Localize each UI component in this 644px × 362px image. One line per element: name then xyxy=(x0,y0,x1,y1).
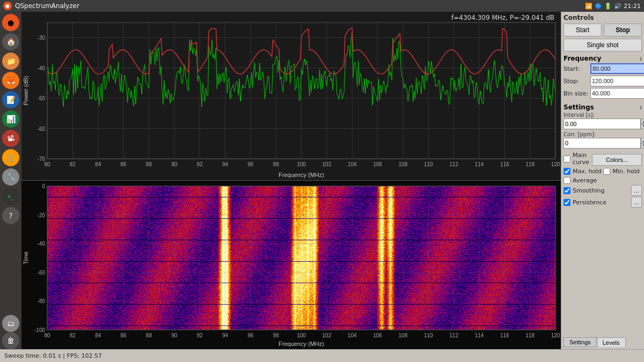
interval-up[interactable]: ▲ xyxy=(641,119,644,124)
sidebar-icon-files[interactable]: 📁 xyxy=(2,53,19,70)
interval-col: Interval [s]: ▲ ▼ xyxy=(564,112,644,129)
sidebar-icon-home[interactable]: 🏠 xyxy=(2,33,19,50)
main-curve-checkbox[interactable] xyxy=(564,156,570,162)
interval-down[interactable]: ▼ xyxy=(641,124,644,129)
average-checkbox[interactable] xyxy=(564,177,570,184)
corr-down[interactable]: ▼ xyxy=(641,143,644,149)
corr-label: Corr. [ppm]: xyxy=(564,131,644,137)
sidebar-icon-ubuntu[interactable]: ● xyxy=(2,14,19,31)
controls-buttons-row: Start Stop xyxy=(564,24,642,36)
bin-size-input[interactable] xyxy=(590,88,644,99)
smoothing-options-button[interactable]: … xyxy=(631,185,642,196)
controls-title: Controls xyxy=(564,14,642,21)
sidebar-icon-tools[interactable]: 🔧 xyxy=(2,168,19,186)
system-tray: 📶 🔷 🔋 🔊 21:21 xyxy=(585,3,641,10)
right-panel: Controls Start Stop Single shot Frequenc… xyxy=(561,12,644,349)
max-hold-label: Max. hold xyxy=(573,168,601,175)
average-checkbox-row: Average xyxy=(564,177,642,184)
max-hold-checkbox[interactable] xyxy=(564,168,570,175)
stop-freq-label: Stop: xyxy=(564,78,590,85)
min-hold-checkbox-row: Min. hold xyxy=(603,168,639,175)
app-icon: ● xyxy=(3,2,12,10)
main-curve-label: Main curve xyxy=(573,152,590,166)
smoothing-row: Smoothing … xyxy=(564,185,642,196)
stop-button[interactable]: Stop xyxy=(604,24,642,36)
sidebar-icon-calc[interactable]: 📊 xyxy=(2,110,19,128)
persistence-label: Persistence xyxy=(573,199,631,206)
settings-bottom-row: Corr. [ppm]: ▲ ▼ Crop [%]: ▲ xyxy=(564,131,642,149)
status-text: Sweep time: 0.01 s | FPS: 102.57 xyxy=(4,352,640,359)
start-freq-label: Start: xyxy=(564,65,590,72)
volume-icon: 🔊 xyxy=(614,3,621,10)
chart-info: f=4304.309 MHz, P=-29.041 dB xyxy=(451,14,554,21)
app-title: QSpectrumAnalyzer xyxy=(15,2,79,10)
sidebar-icon-writer[interactable]: 📝 xyxy=(2,91,19,108)
app-dock: ● 🏠 📁 🦊 📝 📊 📽 🛒 🔧 >_ ? 🗂 🗑 xyxy=(0,12,21,349)
bin-size-label: Bin size: xyxy=(564,90,590,97)
start-button[interactable]: Start xyxy=(564,24,602,36)
waterfall-panel xyxy=(21,181,561,349)
bin-size-row: Bin size: ▲ ▼ kHz xyxy=(564,88,642,99)
corr-up[interactable]: ▲ xyxy=(641,138,644,143)
persistence-checkbox[interactable] xyxy=(564,199,570,206)
smoothing-label: Smoothing xyxy=(573,187,631,194)
battery-icon: 🔋 xyxy=(604,3,612,10)
max-hold-row: Max. hold Min. hold xyxy=(564,168,642,176)
titlebar: ● QSpectrumAnalyzer 📶 🔷 🔋 🔊 21:21 xyxy=(0,0,644,12)
stop-freq-row: Stop: ▲ ▼ MHz xyxy=(564,76,642,86)
persistence-options-button[interactable]: … xyxy=(631,197,642,208)
interval-input[interactable] xyxy=(564,119,641,129)
waterfall-canvas xyxy=(21,181,561,349)
corr-input[interactable] xyxy=(564,138,641,149)
frequency-info-icon[interactable]: ℹ xyxy=(640,56,642,62)
colors-button[interactable]: Colors... xyxy=(592,154,642,166)
sidebar-icon-files2[interactable]: 🗂 xyxy=(2,315,19,332)
smoothing-checkbox[interactable] xyxy=(564,187,570,194)
single-shot-button[interactable]: Single shot xyxy=(564,39,642,51)
clock: 21:21 xyxy=(624,3,641,10)
persistence-row: Persistence … xyxy=(564,197,642,208)
max-hold-checkbox-row: Max. hold xyxy=(564,168,601,175)
levels-tab[interactable]: Levels xyxy=(597,337,626,347)
stop-freq-input[interactable] xyxy=(590,76,644,86)
spectrum-panel: f=4304.309 MHz, P=-29.041 dB xyxy=(21,12,561,181)
options-section: Main curve Colors... Max. hold Min. hold… xyxy=(564,152,642,208)
sidebar-icon-firefox[interactable]: 🦊 xyxy=(2,72,19,89)
spectrum-canvas xyxy=(21,12,561,180)
sidebar-icon-help[interactable]: ? xyxy=(2,207,19,224)
corr-spinner[interactable]: ▲ ▼ xyxy=(641,138,644,149)
min-hold-checkbox[interactable] xyxy=(603,168,610,175)
bottom-tabs: Settings Levels xyxy=(564,337,642,347)
sidebar-icon-amazon[interactable]: 🛒 xyxy=(2,149,19,166)
min-hold-label: Min. hold xyxy=(612,168,639,175)
settings-top-row: Interval [s]: ▲ ▼ Gain [dB]: ▲ xyxy=(564,112,642,129)
sidebar-icon-impress[interactable]: 📽 xyxy=(2,130,19,147)
main-curve-checkbox-row: Main curve xyxy=(564,152,590,166)
interval-label: Interval [s]: xyxy=(564,112,644,118)
settings-section-title: Settings ℹ xyxy=(564,104,642,111)
wifi-icon: 📶 xyxy=(585,3,592,10)
charts-area: f=4304.309 MHz, P=-29.041 dB xyxy=(21,12,561,349)
bottom-tabs-area: Settings Levels xyxy=(564,334,642,347)
settings-tab[interactable]: Settings xyxy=(564,337,597,347)
sidebar-icon-trash[interactable]: 🗑 xyxy=(2,332,19,349)
interval-spinner[interactable]: ▲ ▼ xyxy=(641,119,644,129)
corr-col: Corr. [ppm]: ▲ ▼ xyxy=(564,131,644,149)
sidebar-icon-terminal[interactable]: >_ xyxy=(2,188,19,205)
main-curve-row: Main curve Colors... xyxy=(564,152,642,167)
start-freq-input[interactable] xyxy=(590,63,644,74)
bluetooth-icon: 🔷 xyxy=(595,3,602,10)
start-freq-row: Start: ▲ ▼ MHz xyxy=(564,63,642,74)
status-bar: Sweep time: 0.01 s | FPS: 102.57 xyxy=(0,349,644,362)
average-label: Average xyxy=(573,177,597,184)
settings-info-icon[interactable]: ℹ xyxy=(640,105,642,110)
frequency-section-title: Frequency ℹ xyxy=(564,55,642,62)
